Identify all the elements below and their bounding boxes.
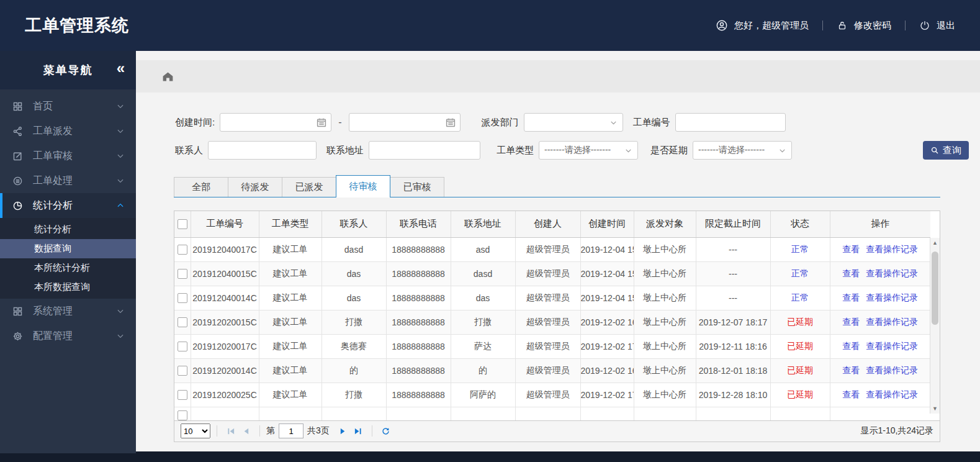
change-password-label: 修改密码 [854, 20, 891, 32]
scroll-down-icon[interactable]: ▼ [932, 405, 938, 412]
cell-creator: 超级管理员 [515, 310, 580, 334]
order-type-select[interactable]: -------请选择------- [539, 141, 638, 160]
pagination-bar: 10 第 共3页 [174, 420, 940, 442]
change-password-button[interactable]: 修改密码 [837, 20, 891, 32]
create-time-end-input[interactable] [349, 114, 460, 131]
scrollbar-thumb[interactable] [932, 251, 938, 325]
view-log-link[interactable]: 查看操作记录 [866, 268, 918, 278]
cell-target: 墩上中心所 [634, 310, 696, 334]
col-creator: 创建人 [515, 211, 580, 237]
last-page-button[interactable] [351, 424, 366, 438]
view-log-link[interactable]: 查看操作记录 [866, 317, 918, 327]
process-icon [12, 176, 24, 186]
prev-page-button[interactable] [238, 424, 253, 438]
create-time-start-field [220, 113, 331, 132]
page: 工单管理系统 您好，超级管理员 修改密 [0, 0, 980, 462]
home-icon[interactable] [161, 70, 174, 83]
sidebar-item-process[interactable]: 工单处理 [0, 168, 136, 193]
view-link[interactable]: 查看 [842, 341, 860, 351]
cell-contact: 打撒 [321, 310, 386, 334]
calendar-icon[interactable] [316, 117, 327, 130]
sidebar-header: 菜单导航 « [0, 51, 136, 89]
sidebar-item-statistics[interactable]: 统计分析 [0, 193, 136, 218]
status-text: 已延期 [770, 383, 830, 407]
sidebar-item-config[interactable]: 配置管理 [0, 324, 136, 348]
table-scrollbar[interactable]: ▲ ▼ [930, 238, 940, 414]
tab-to-review[interactable]: 待审核 [336, 175, 390, 197]
lock-icon [837, 20, 848, 31]
orders-table-panel: 工单编号 工单类型 联系人 联系电话 联系地址 创建人 创建时间 派发对象 限定… [174, 211, 940, 442]
first-page-button[interactable] [223, 424, 238, 438]
tab-all[interactable]: 全部 [174, 177, 228, 197]
chevron-down-icon [116, 307, 125, 315]
calendar-icon[interactable] [445, 117, 456, 130]
cell-contact: das [321, 286, 386, 310]
separator [217, 425, 217, 437]
view-link[interactable]: 查看 [842, 268, 860, 278]
tab-to-dispatch[interactable]: 待派发 [228, 177, 282, 197]
cell-contact: 打撒 [321, 383, 386, 407]
page-size-select[interactable]: 10 [181, 424, 210, 438]
page-number-input[interactable] [279, 424, 303, 438]
table-row: 201912020015C建议工单打撒18888888888打撒超级管理员201… [174, 310, 930, 334]
address-input[interactable] [369, 142, 480, 159]
view-link[interactable]: 查看 [842, 317, 860, 327]
tab-reviewed[interactable]: 已审核 [390, 177, 444, 197]
order-no-input[interactable] [676, 114, 785, 131]
row-checkbox[interactable] [178, 410, 187, 420]
submenu-item-statistics-analysis[interactable]: 统计分析 [0, 220, 136, 239]
view-log-link[interactable]: 查看操作记录 [866, 341, 918, 351]
next-page-button[interactable] [336, 424, 351, 438]
collapse-sidebar-icon[interactable]: « [117, 60, 125, 78]
chevron-down-icon [116, 102, 125, 111]
view-link[interactable]: 查看 [842, 365, 860, 375]
sidebar-item-review[interactable]: 工单审核 [0, 143, 136, 168]
row-checkbox[interactable] [178, 342, 187, 351]
delay-select[interactable]: -------请选择------- [693, 141, 792, 160]
sidebar-item-dispatch[interactable]: 工单派发 [0, 119, 136, 143]
cell-contact: das [321, 261, 386, 286]
submenu-item-local-statistics[interactable]: 本所统计分析 [0, 258, 136, 278]
cell-order-type: 建议工单 [259, 334, 321, 358]
row-checkbox[interactable] [178, 390, 187, 400]
cell-address: 打撒 [451, 310, 515, 334]
view-link[interactable]: 查看 [842, 389, 860, 399]
cell-address: 的 [451, 358, 515, 383]
logout-button[interactable]: 退出 [919, 20, 955, 32]
row-checkbox[interactable] [178, 269, 187, 279]
row-checkbox[interactable] [178, 317, 187, 327]
row-checkbox[interactable] [178, 245, 187, 255]
pie-chart-icon [12, 201, 24, 211]
sidebar-item-system[interactable]: 系统管理 [0, 299, 136, 324]
submenu-item-data-query[interactable]: 数据查询 [0, 239, 136, 258]
sidebar-item-home[interactable]: 首页 [0, 94, 136, 119]
separator [372, 425, 372, 437]
create-time-start-input[interactable] [220, 114, 331, 131]
view-log-link[interactable]: 查看操作记录 [866, 292, 918, 302]
view-link[interactable]: 查看 [842, 292, 860, 302]
view-log-link[interactable]: 查看操作记录 [866, 365, 918, 375]
main-content: 创建时间: - [136, 51, 980, 451]
chevron-down-icon [778, 147, 786, 155]
row-checkbox[interactable] [178, 293, 187, 303]
statistics-submenu: 统计分析 数据查询 本所统计分析 本所数据查询 [0, 218, 136, 299]
cell-order-type: 建议工单 [259, 358, 321, 383]
scroll-up-icon[interactable]: ▲ [932, 240, 938, 246]
row-checkbox[interactable] [178, 366, 187, 376]
refresh-icon[interactable] [379, 424, 393, 438]
user-greeting[interactable]: 您好，超级管理员 [716, 19, 809, 32]
table-row: 201912040015C建议工单das18888888888dasd超级管理员… [174, 261, 930, 286]
dispatch-dept-select[interactable] [524, 113, 623, 132]
search-button[interactable]: 查询 [923, 141, 969, 160]
cell-order-no: 201912020025C [191, 383, 259, 407]
chevron-down-icon [116, 332, 125, 340]
contact-input[interactable] [209, 142, 316, 159]
status-text: 已延期 [770, 358, 830, 383]
tab-dispatched[interactable]: 已派发 [282, 177, 336, 197]
cell-order-type: 建议工单 [259, 286, 321, 310]
select-all-checkbox[interactable] [178, 219, 187, 229]
view-log-link[interactable]: 查看操作记录 [866, 244, 918, 254]
view-log-link[interactable]: 查看操作记录 [866, 389, 918, 399]
submenu-item-local-data-query[interactable]: 本所数据查询 [0, 278, 136, 297]
view-link[interactable]: 查看 [842, 244, 860, 254]
